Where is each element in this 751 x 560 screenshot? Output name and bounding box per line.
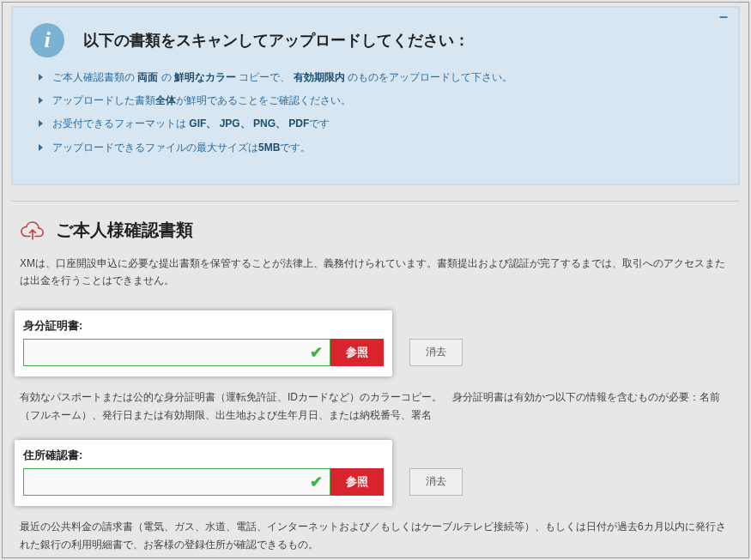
info-list-item: アップロードした書類全体が鮮明であることをご確認ください。 <box>39 93 721 109</box>
id-clear-button[interactable]: 消去 <box>409 339 463 366</box>
identity-documents-section: ご本人様確認書類 XMは、口座開設申込に必要な提出書類を保管することが法律上、義… <box>11 201 740 558</box>
id-browse-button[interactable]: 参照 <box>330 339 384 366</box>
info-minimize-button[interactable]: – <box>719 11 728 21</box>
check-icon: ✔ <box>310 473 323 491</box>
info-list-item: ご本人確認書類の 両面 の 鮮明なカラー コピーで、 有効期限内 のものをアップ… <box>39 69 721 86</box>
id-file-input[interactable]: ✔ <box>23 339 330 366</box>
check-icon: ✔ <box>310 343 323 362</box>
address-upload-card: 住所確認書: ✔ 参照 <box>15 440 392 506</box>
info-list: ご本人確認書類の 両面 の 鮮明なカラー コピーで、 有効期限内 のものをアップ… <box>30 69 721 156</box>
info-list-item: お受付できるフォーマットは GIF、 JPG、 PNG、 PDFです <box>39 116 721 132</box>
address-file-input[interactable]: ✔ <box>23 468 330 496</box>
address-upload-hint: 最近の公共料金の請求書（電気、ガス、水道、電話、インターネットおよび／もしくはケ… <box>20 518 731 554</box>
info-icon <box>30 23 64 57</box>
address-upload-label: 住所確認書: <box>23 449 384 463</box>
section-description: XMは、口座開設申込に必要な提出書類を保管することが法律上、義務付けられています… <box>20 255 731 290</box>
info-panel: – 以下の書類をスキャンしてアップロードしてください： ご本人確認書類の 両面 … <box>11 6 740 185</box>
info-list-item: アップロードできるファイルの最大サイズは5MBです。 <box>39 140 721 156</box>
id-upload-card: 身分証明書: ✔ 参照 <box>15 310 392 376</box>
id-upload-hint: 有効なパスポートまたは公的な身分証明書（運転免許証、IDカードなど）のカラーコピ… <box>20 388 731 425</box>
cloud-upload-icon <box>20 219 45 243</box>
section-title: ご本人様確認書類 <box>56 219 193 242</box>
address-browse-button[interactable]: 参照 <box>330 468 384 496</box>
info-title: 以下の書類をスキャンしてアップロードしてください： <box>83 30 469 51</box>
id-upload-label: 身分証明書: <box>23 319 384 334</box>
address-clear-button[interactable]: 消去 <box>409 468 463 496</box>
